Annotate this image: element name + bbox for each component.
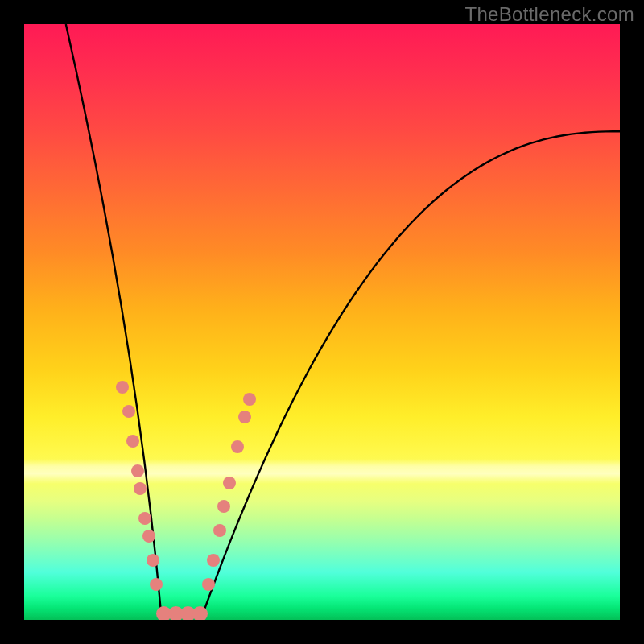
- data-point: [147, 554, 159, 567]
- data-points-layer: [24, 24, 620, 620]
- data-point: [142, 530, 155, 543]
- data-point: [213, 524, 226, 537]
- data-point: [126, 435, 139, 448]
- data-point: [231, 440, 244, 453]
- data-point: [243, 393, 256, 406]
- data-point: [131, 464, 144, 477]
- data-point: [202, 578, 215, 591]
- data-point: [116, 381, 129, 394]
- data-point: [138, 512, 151, 525]
- data-point: [192, 606, 208, 620]
- data-point: [238, 411, 251, 423]
- watermark-text: TheBottleneck.com: [464, 3, 634, 26]
- data-point: [217, 500, 230, 513]
- data-point: [134, 482, 147, 495]
- data-point: [207, 554, 220, 567]
- data-point: [122, 405, 135, 418]
- data-point: [223, 477, 236, 489]
- plot-area: [24, 24, 620, 620]
- data-point: [150, 578, 163, 591]
